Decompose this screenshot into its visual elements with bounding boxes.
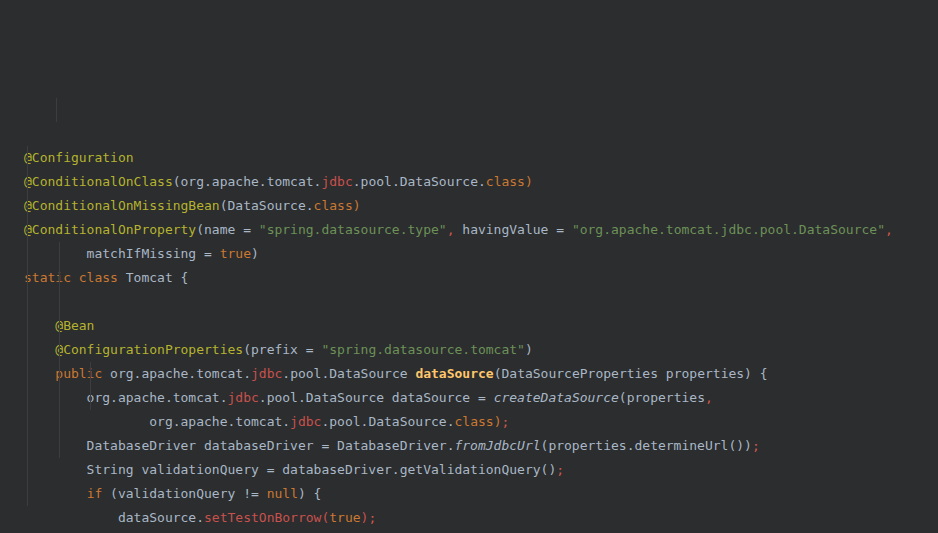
indent-guide (56, 98, 57, 122)
code-line: @Bean (24, 314, 938, 338)
code-line: @ConditionalOnClass(org.apache.tomcat.jd… (24, 170, 938, 194)
code-line: static class Tomcat { (24, 266, 938, 290)
code-editor[interactable]: @Configuration@ConditionalOnClass(org.ap… (0, 0, 938, 533)
code-line (24, 290, 938, 314)
code-line: org.apache.tomcat.jdbc.pool.DataSource d… (24, 386, 938, 410)
indent-guide (27, 146, 28, 506)
code-line: if (validationQuery != null) { (24, 482, 938, 506)
code-line: @Configuration (24, 146, 938, 170)
code-line: DatabaseDriver databaseDriver = Database… (24, 434, 938, 458)
code-line: org.apache.tomcat.jdbc.pool.DataSource.c… (24, 410, 938, 434)
code-line: @ConfigurationProperties(prefix = "sprin… (24, 338, 938, 362)
code-lines-container: @Configuration@ConditionalOnClass(org.ap… (24, 146, 938, 533)
code-line: String validationQuery = databaseDriver.… (24, 458, 938, 482)
code-line: dataSource.setTestOnBorrow(true); (24, 506, 938, 530)
indent-guide (90, 362, 91, 410)
indent-guide (59, 242, 60, 458)
code-line: @ConditionalOnProperty(name = "spring.da… (24, 218, 938, 242)
code-line: matchIfMissing = true) (24, 242, 938, 266)
code-line: public org.apache.tomcat.jdbc.pool.DataS… (24, 362, 938, 386)
code-line: @ConditionalOnMissingBean(DataSource.cla… (24, 194, 938, 218)
